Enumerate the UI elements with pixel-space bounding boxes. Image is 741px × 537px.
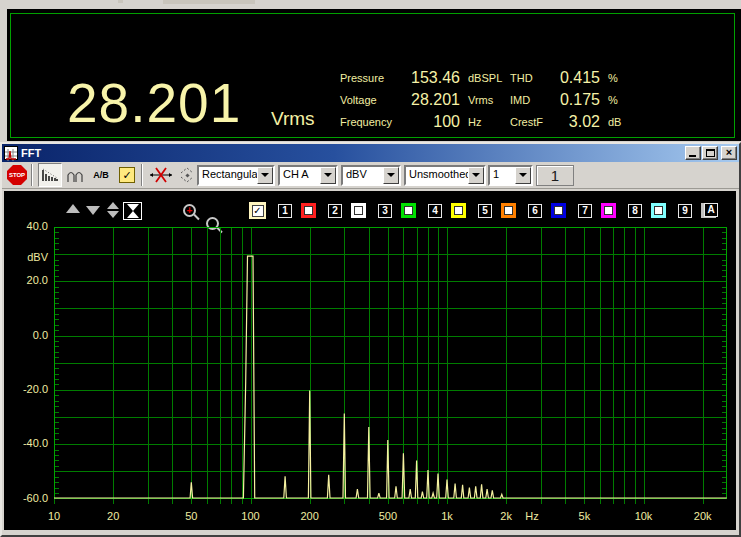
trace-visible-checkbox[interactable]: ✓ — [249, 202, 266, 219]
stop-button[interactable]: STOP — [5, 163, 29, 187]
x-axis-label: 200 — [294, 510, 326, 522]
plot-area: + ✓ 123456789 A — [4, 191, 736, 530]
window-title: FFT — [21, 147, 41, 159]
background-window-fragment — [118, 0, 123, 3]
overlay-5-button[interactable]: 5 — [478, 204, 492, 218]
checkbox-inner — [304, 206, 313, 215]
fit-scale-button[interactable] — [177, 163, 197, 187]
overlay-list-button[interactable]: ✓ — [115, 163, 139, 187]
checkbox-inner — [454, 206, 463, 215]
overlay-3-button[interactable]: 3 — [378, 204, 392, 218]
expand-scale-button[interactable] — [107, 202, 119, 218]
checkbox-inner — [504, 206, 513, 215]
shift-up-button[interactable] — [66, 204, 80, 213]
toolbar-separator — [31, 164, 33, 186]
cursor-crosshair-icon — [149, 166, 173, 184]
pressure-value: 153.46 — [404, 69, 460, 87]
frequency-unit: Hz — [460, 116, 510, 128]
x-axis-label: 20 — [97, 510, 129, 522]
fft-window-select[interactable]: Rectangular — [197, 165, 275, 186]
y-axis-label: -20.0 — [12, 383, 48, 395]
voltage-label: Voltage — [340, 94, 404, 106]
overlay-1-checkbox[interactable] — [301, 203, 316, 218]
y-axis-label: 40.0 — [12, 220, 48, 232]
x-axis-label: 50 — [175, 510, 207, 522]
overlay-4-button[interactable]: 4 — [428, 204, 442, 218]
smoothing-select[interactable]: Unsmoothed — [404, 165, 486, 186]
overlay-6-checkbox[interactable] — [551, 203, 566, 218]
main-voltage-unit: Vrms — [271, 108, 315, 130]
frequency-label: Frequency — [340, 116, 404, 128]
y-axis-label: 20.0 — [12, 274, 48, 286]
minimize-button[interactable] — [685, 146, 701, 160]
band-view-button[interactable] — [63, 163, 87, 187]
x-axis-label: 10k — [628, 510, 660, 522]
averaging-select[interactable]: 1 — [488, 165, 533, 186]
scale-select[interactable]: dBV — [341, 165, 401, 186]
ab-compare-button[interactable]: A/B — [89, 163, 113, 187]
overlay-1-button[interactable]: 1 — [278, 204, 292, 218]
toolbar: STOP A/B ✓ Rectangular CH A — [2, 162, 739, 189]
stop-icon: STOP — [7, 165, 27, 185]
minimize-icon — [689, 155, 696, 157]
titlebar[interactable]: FFT × — [2, 144, 739, 162]
fft-window-icon — [4, 146, 18, 160]
compress-scale-button[interactable] — [123, 202, 142, 220]
y-axis-label: -40.0 — [12, 437, 48, 449]
overlay-2-button[interactable]: 2 — [328, 204, 342, 218]
desktop-strip — [0, 0, 741, 9]
overlay-6-button[interactable]: 6 — [528, 204, 542, 218]
dropdown-arrow-button[interactable] — [257, 167, 273, 184]
chevron-down-icon — [472, 173, 480, 177]
dropdown-arrow-button[interactable] — [383, 167, 399, 184]
channel-select[interactable]: CH A — [278, 165, 338, 186]
overlay-3-checkbox[interactable] — [401, 203, 416, 218]
checkbox-inner — [654, 206, 663, 215]
close-icon: × — [726, 146, 732, 158]
meter-readouts: Pressure 153.46 dBSPL THD 0.415 % Voltag… — [340, 67, 626, 133]
plot-controls: + ✓ 123456789 A — [4, 202, 736, 222]
overlay-4-checkbox[interactable] — [451, 203, 466, 218]
triangle-up-icon — [107, 202, 119, 209]
maximize-button[interactable] — [702, 146, 718, 160]
dropdown-arrow-button[interactable] — [468, 167, 484, 184]
overlay-8-checkbox[interactable] — [651, 203, 666, 218]
background-window-fragment — [163, 0, 255, 4]
zoom-in-button[interactable]: + — [183, 204, 196, 217]
overlay-5-checkbox[interactable] — [501, 203, 516, 218]
close-button[interactable]: × — [721, 146, 737, 160]
chevron-down-icon — [324, 173, 332, 177]
y-axis-label: 0.0 — [12, 329, 48, 341]
meter-panel: 28.201 Vrms Pressure 153.46 dBSPL THD 0.… — [7, 9, 741, 141]
frequency-value: 100 — [404, 113, 460, 131]
zoom-out-button[interactable] — [206, 217, 219, 230]
dropdown-arrow-button[interactable] — [515, 167, 531, 184]
fit-scale-icon — [178, 166, 196, 184]
checkbox-inner — [404, 206, 413, 215]
x-axis-unit-label: Hz — [516, 510, 548, 522]
overlay-all-button[interactable]: A — [704, 203, 718, 217]
overlay-row: 123456789 — [278, 203, 728, 218]
triangle-up-icon — [127, 211, 139, 218]
y-axis-label: -60.0 — [12, 492, 48, 504]
overlay-7-checkbox[interactable] — [601, 203, 616, 218]
triangle-down-icon — [127, 204, 139, 211]
x-axis-label: 20k — [687, 510, 719, 522]
cursor-button[interactable] — [148, 163, 174, 187]
overlay-2-checkbox[interactable] — [351, 203, 366, 218]
chevron-down-icon — [261, 173, 269, 177]
spectrum-view-button[interactable] — [38, 163, 62, 187]
voltage-unit: Vrms — [460, 94, 510, 106]
overlay-7-button[interactable]: 7 — [578, 204, 592, 218]
checkbox-inner — [604, 206, 613, 215]
chevron-down-icon — [519, 173, 527, 177]
chevron-down-icon — [387, 173, 395, 177]
x-axis-label: 500 — [372, 510, 404, 522]
shift-down-button[interactable] — [86, 206, 100, 215]
triangle-down-icon — [107, 211, 119, 218]
overlay-9-button[interactable]: 9 — [678, 204, 692, 218]
overlay-8-button[interactable]: 8 — [628, 204, 642, 218]
dropdown-arrow-button[interactable] — [320, 167, 336, 184]
checkbox-inner — [554, 206, 563, 215]
spectrum-icon — [41, 167, 59, 183]
